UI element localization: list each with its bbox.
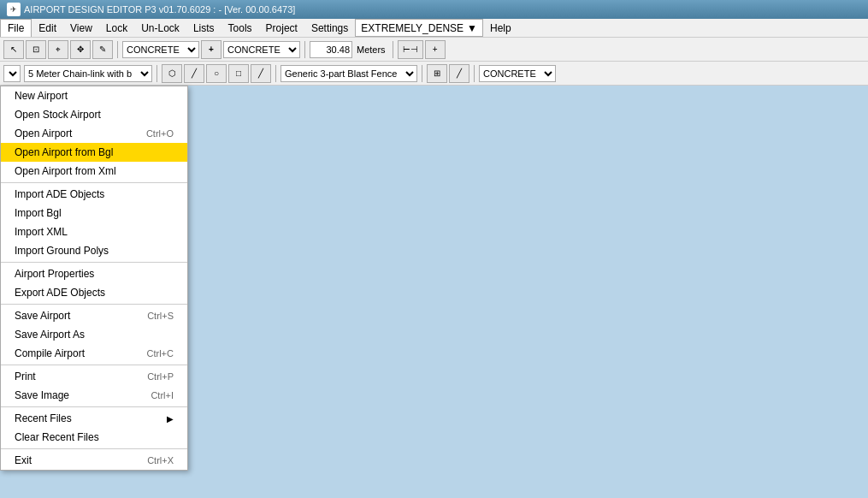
chainlink-type-select[interactable]: 5 Meter Chain-link with b xyxy=(24,65,152,82)
menu-file[interactable]: File xyxy=(0,19,32,37)
poly-btn[interactable]: ⬡ xyxy=(162,64,182,83)
dropdown-item-shortcut-14: Ctrl+P xyxy=(147,371,174,382)
tool-select[interactable] xyxy=(26,40,46,59)
dropdown-item-13[interactable]: Compile AirportCtrl+C xyxy=(1,344,187,363)
dropdown-item-label-12: Save Airport As xyxy=(15,329,85,341)
dropdown-item-8[interactable]: Import Ground Polys xyxy=(1,241,187,260)
circle-btn[interactable]: ○ xyxy=(206,64,227,83)
concrete-select[interactable]: CONCRETE xyxy=(223,41,300,58)
dropdown-item-shortcut-11: Ctrl+S xyxy=(147,311,174,321)
tool-pen[interactable] xyxy=(92,40,113,59)
dropdown-item-label-7: Import XML xyxy=(15,226,68,238)
menu-bar: File Edit View Lock Un-Lock Lists Tools … xyxy=(0,19,868,38)
dropdown-item-17[interactable]: Clear Recent Files xyxy=(1,428,187,447)
title-text: AIRPORT DESIGN EDITOR P3 v01.70.6029 : -… xyxy=(24,4,295,15)
dropdown-separator-8 xyxy=(1,262,187,263)
move-icon xyxy=(77,44,84,54)
chainlink-select[interactable]: ▤ xyxy=(3,65,21,82)
dropdown-item-label-6: Import Bgl xyxy=(15,207,62,219)
dropdown-item-11[interactable]: Save AirportCtrl+S xyxy=(1,306,187,325)
blast-fence-select[interactable]: Generic 3-part Blast Fence xyxy=(280,65,417,82)
sep5 xyxy=(275,65,276,82)
dropdown-item-label-4: Open Airport from Xml xyxy=(15,165,116,177)
dropdown-item-3[interactable]: Open Airport from Bgl xyxy=(1,143,187,162)
sep4 xyxy=(156,65,157,82)
dropdown-item-5[interactable]: Import ADE Objects xyxy=(1,185,187,204)
lasso-icon xyxy=(56,44,61,55)
slash2-btn[interactable]: ╱ xyxy=(449,64,469,83)
add-btn[interactable]: + xyxy=(425,40,446,59)
dropdown-item-shortcut-18: Ctrl+X xyxy=(147,455,174,465)
menu-density[interactable]: EXTREMELY_DENSE ▼ xyxy=(355,19,483,37)
dropdown-separator-13 xyxy=(1,365,187,365)
menu-tools[interactable]: Tools xyxy=(221,19,259,37)
dropdown-item-label-5: Import ADE Objects xyxy=(15,188,104,200)
surface-select[interactable]: CONCRETE xyxy=(122,41,199,58)
concrete2-select[interactable]: CONCRETE xyxy=(479,65,556,82)
dropdown-item-14[interactable]: PrintCtrl+P xyxy=(1,367,187,386)
dropdown-item-18[interactable]: ExitCtrl+X xyxy=(1,451,187,470)
dropdown-item-label-1: Open Stock Airport xyxy=(15,109,101,121)
dropdown-item-10[interactable]: Export ADE Objects xyxy=(1,283,187,302)
dropdown-item-15[interactable]: Save ImageCtrl+I xyxy=(1,386,187,405)
dropdown-separator-4 xyxy=(1,182,187,183)
plus-btn[interactable] xyxy=(201,40,221,59)
dropdown-item-label-9: Airport Properties xyxy=(15,268,94,280)
pen-icon xyxy=(99,44,106,54)
menu-settings[interactable]: Settings xyxy=(304,19,355,37)
dropdown-item-label-8: Import Ground Polys xyxy=(15,245,109,257)
dropdown-item-4[interactable]: Open Airport from Xml xyxy=(1,162,187,181)
width-unit: Meters xyxy=(354,44,388,55)
menu-lists[interactable]: Lists xyxy=(186,19,221,37)
dropdown-item-1[interactable]: Open Stock Airport xyxy=(1,105,187,124)
dropdown-item-label-11: Save Airport xyxy=(15,310,70,322)
measure-btn[interactable]: ⊢⊣ xyxy=(398,40,423,59)
menu-help[interactable]: Help xyxy=(483,19,518,37)
dropdown-item-label-18: Exit xyxy=(15,454,32,466)
dropdown-item-label-10: Export ADE Objects xyxy=(15,287,105,299)
title-bar: ✈ AIRPORT DESIGN EDITOR P3 v01.70.6029 :… xyxy=(0,0,868,19)
dropdown-item-label-14: Print xyxy=(15,371,36,382)
sep7 xyxy=(474,65,475,82)
density-label: EXTREMELY_DENSE xyxy=(361,22,464,34)
toolbar1: CONCRETE CONCRETE Meters ⊢⊣ + xyxy=(0,38,868,62)
line-btn[interactable]: ╱ xyxy=(184,64,204,83)
dropdown-item-16[interactable]: Recent Files▶ xyxy=(1,409,187,428)
dropdown-item-6[interactable]: Import Bgl xyxy=(1,204,187,222)
menu-project[interactable]: Project xyxy=(259,19,304,37)
menu-edit[interactable]: Edit xyxy=(32,19,63,37)
dropdown-item-shortcut-15: Ctrl+I xyxy=(151,390,174,400)
dropdown-item-label-13: Compile Airport xyxy=(15,347,85,359)
tool-move[interactable] xyxy=(70,40,91,59)
dropdown-item-label-15: Save Image xyxy=(15,389,69,401)
grid-btn[interactable]: ⊞ xyxy=(427,64,447,83)
menu-view[interactable]: View xyxy=(63,19,99,37)
dropdown-item-label-0: New Airport xyxy=(15,90,68,102)
dropdown-item-12[interactable]: Save Airport As xyxy=(1,325,187,344)
dropdown-separator-17 xyxy=(1,448,187,449)
dropdown-item-2[interactable]: Open AirportCtrl+O xyxy=(1,124,187,143)
density-arrow: ▼ xyxy=(467,22,477,34)
dropdown-item-shortcut-13: Ctrl+C xyxy=(147,348,174,359)
select-icon xyxy=(32,44,39,54)
tool-cursor[interactable] xyxy=(3,40,24,59)
dropdown-item-label-16: Recent Files xyxy=(15,412,72,424)
dropdown-item-shortcut-2: Ctrl+O xyxy=(146,128,174,139)
rect-btn[interactable]: □ xyxy=(228,64,249,83)
sep6 xyxy=(422,65,422,82)
sep2 xyxy=(304,41,305,58)
file-dropdown: New AirportOpen Stock AirportOpen Airpor… xyxy=(0,86,188,471)
toolbar2: ▤ 5 Meter Chain-link with b ⬡ ╱ ○ □ ╱ Ge… xyxy=(0,62,868,86)
plus-icon xyxy=(209,44,214,54)
menu-unlock[interactable]: Un-Lock xyxy=(134,19,186,37)
slash-btn[interactable]: ╱ xyxy=(251,64,271,83)
width-input[interactable] xyxy=(310,41,352,58)
dropdown-item-0[interactable]: New Airport xyxy=(1,86,187,105)
dropdown-item-7[interactable]: Import XML xyxy=(1,222,187,241)
tool-lasso[interactable] xyxy=(48,40,68,59)
menu-lock[interactable]: Lock xyxy=(99,19,134,37)
cursor-icon xyxy=(10,44,17,54)
dropdown-separator-10 xyxy=(1,304,187,305)
app-icon: ✈ xyxy=(7,3,21,16)
dropdown-item-9[interactable]: Airport Properties xyxy=(1,264,187,283)
